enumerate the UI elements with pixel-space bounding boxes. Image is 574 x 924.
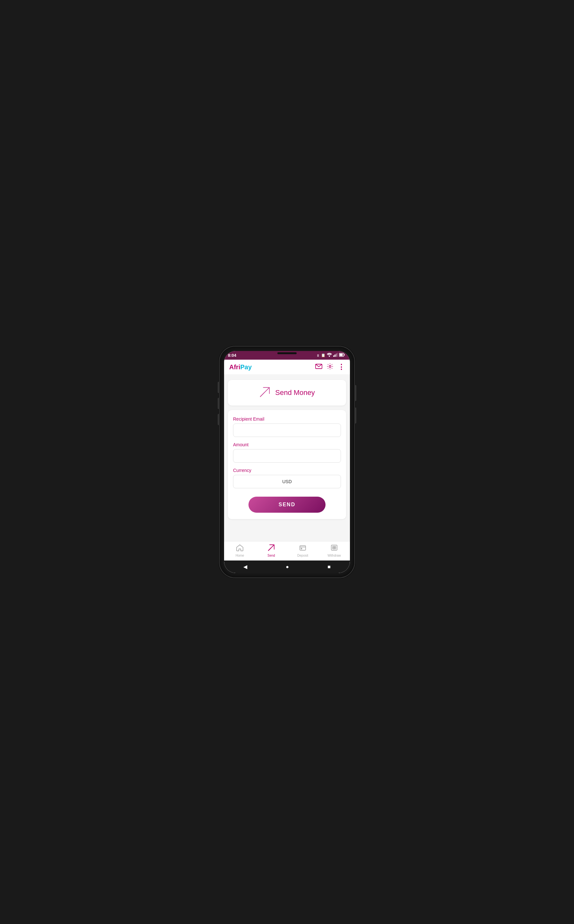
amount-label: Amount — [233, 442, 341, 447]
settings-icon[interactable] — [327, 363, 333, 371]
amount-field-group: Amount — [233, 442, 341, 463]
home-icon — [236, 544, 243, 553]
nav-item-home[interactable]: Home — [230, 544, 249, 557]
nav-label-send: Send — [267, 554, 275, 557]
nav-label-deposit: Deposit — [297, 554, 308, 557]
system-nav: ◀ ● ■ — [224, 561, 350, 573]
phone-frame: 8:04 ⏸ 📋 — [219, 347, 355, 577]
back-button[interactable]: ◀ — [243, 564, 247, 570]
home-button[interactable]: ● — [286, 564, 289, 570]
speaker — [278, 352, 296, 354]
currency-label: Currency — [233, 468, 341, 473]
recipient-email-input[interactable] — [233, 423, 341, 437]
amount-input[interactable] — [233, 449, 341, 463]
svg-point-11 — [301, 548, 302, 549]
nav-item-withdraw[interactable]: Withdraw — [325, 544, 344, 557]
timer-icon: ⏸ — [316, 354, 320, 357]
nav-item-send[interactable]: Send — [262, 544, 281, 557]
form-card: Recipient Email Amount Currency USD SEND — [228, 410, 346, 519]
svg-rect-7 — [340, 354, 343, 356]
svg-point-0 — [329, 355, 330, 357]
send-money-card: Send Money — [228, 380, 346, 405]
send-money-title: Send Money — [275, 388, 315, 397]
logo-afri: Afri — [229, 363, 240, 371]
header-icons: ⋮ — [315, 363, 345, 371]
mail-icon[interactable] — [315, 364, 322, 371]
status-icons: ⏸ 📋 — [316, 353, 345, 358]
nav-item-deposit[interactable]: Deposit — [293, 544, 312, 557]
wifi-icon — [327, 353, 332, 358]
signal-icon — [333, 353, 338, 358]
svg-rect-10 — [300, 546, 306, 550]
sd-icon: 📋 — [321, 353, 325, 357]
send-button[interactable]: SEND — [249, 497, 325, 513]
main-content: Send Money Recipient Email Amount Curren… — [224, 375, 350, 541]
send-btn-container: SEND — [233, 493, 341, 513]
svg-rect-3 — [336, 354, 337, 357]
send-nav-icon — [268, 544, 275, 553]
send-plane-icon — [259, 386, 271, 399]
recents-button[interactable]: ■ — [328, 564, 331, 570]
bottom-nav: Home Send — [224, 541, 350, 561]
status-time: 8:04 — [228, 353, 236, 358]
svg-rect-2 — [334, 355, 336, 357]
deposit-icon — [299, 544, 306, 553]
recipient-label: Recipient Email — [233, 416, 341, 421]
phone-screen: 8:04 ⏸ 📋 — [224, 351, 350, 573]
currency-value[interactable]: USD — [233, 475, 341, 488]
withdraw-icon — [331, 544, 338, 553]
svg-rect-1 — [333, 355, 334, 357]
logo-pay: Pay — [240, 363, 252, 371]
app-header: AfriPay ⋮ — [224, 360, 350, 375]
recipient-field-group: Recipient Email — [233, 416, 341, 437]
svg-point-9 — [329, 365, 331, 367]
nav-label-withdraw: Withdraw — [328, 554, 341, 557]
svg-rect-4 — [337, 353, 338, 357]
app-logo: AfriPay — [229, 363, 252, 371]
svg-rect-6 — [344, 354, 345, 356]
more-icon[interactable]: ⋮ — [338, 363, 345, 371]
nav-label-home: Home — [236, 554, 244, 557]
currency-field-group: Currency USD — [233, 468, 341, 488]
battery-icon — [339, 353, 345, 358]
